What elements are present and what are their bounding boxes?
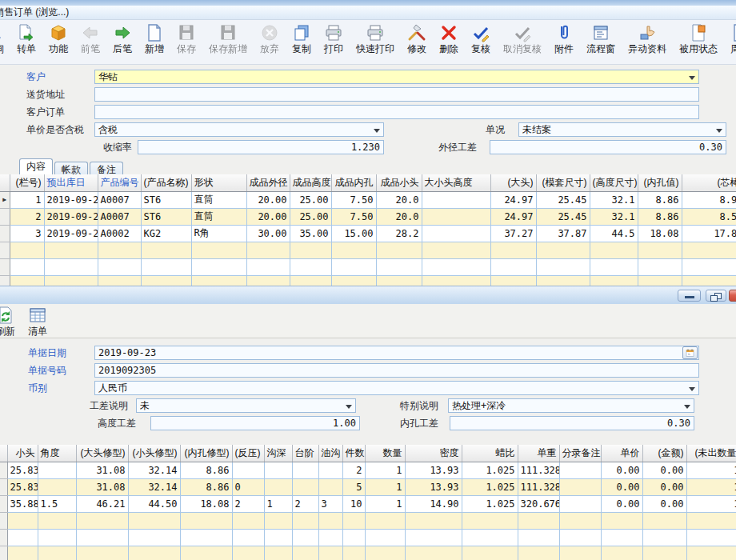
column-header[interactable]: 角度 (38, 445, 76, 462)
column-header[interactable]: 蜡比 (462, 445, 518, 462)
cell[interactable]: 20.0 (376, 191, 422, 208)
cell[interactable]: 10 (342, 495, 365, 512)
cell[interactable] (682, 275, 736, 286)
cell[interactable] (292, 546, 318, 560)
cell[interactable] (44, 258, 98, 275)
function-button[interactable]: 功能 (43, 23, 74, 54)
cell[interactable]: 37.87 (536, 225, 590, 242)
column-header[interactable]: 沟深 (264, 445, 292, 462)
cell[interactable]: 32.1 (590, 191, 638, 208)
cell[interactable] (246, 258, 290, 275)
cell[interactable]: 2 (10, 208, 44, 225)
cell[interactable] (292, 529, 318, 546)
cell[interactable] (232, 546, 264, 560)
doc-date-field[interactable]: 2019-09-23 (94, 346, 699, 360)
cell[interactable]: 7.50 (331, 191, 376, 208)
cell[interactable] (601, 546, 642, 560)
cell[interactable] (98, 258, 141, 275)
query-button[interactable]: 查询 (0, 23, 10, 54)
cell[interactable] (518, 512, 559, 529)
save-button[interactable]: 保存 (171, 23, 202, 54)
used-status-button[interactable]: 被用状态 (674, 23, 723, 54)
cell[interactable] (559, 462, 601, 478)
cell[interactable]: 28.2 (376, 225, 422, 242)
cell[interactable] (38, 462, 76, 478)
cell[interactable] (422, 275, 490, 286)
cell[interactable] (422, 242, 490, 258)
cell[interactable]: 20.00 (246, 191, 290, 208)
cell[interactable]: 32.14 (128, 478, 180, 495)
column-header[interactable] (0, 445, 7, 462)
cell[interactable]: 111.328 (518, 478, 559, 495)
cell[interactable] (318, 546, 342, 560)
save-new-button[interactable]: 保存新增 (203, 23, 253, 54)
attachment-button[interactable]: 附件 (549, 23, 579, 54)
cell[interactable]: 31.08 (76, 462, 128, 478)
column-header[interactable]: 小头 (7, 445, 38, 462)
cell[interactable]: 46.21 (76, 495, 128, 512)
cell[interactable] (290, 258, 331, 275)
cell[interactable] (7, 546, 38, 560)
cell[interactable]: 1.025 (462, 462, 518, 478)
quick-print-button[interactable]: 快速打印 (350, 23, 400, 54)
column-header[interactable]: 形状 (191, 174, 246, 191)
cell[interactable]: 24.97 (490, 208, 536, 225)
cell[interactable] (462, 546, 518, 560)
cell[interactable] (638, 258, 682, 275)
cell[interactable]: 2 (232, 495, 264, 512)
column-header[interactable]: (芯棒) (682, 174, 736, 191)
cell[interactable]: 3 (318, 495, 342, 512)
column-header[interactable]: 单重 (518, 445, 559, 462)
cell[interactable] (422, 258, 490, 275)
table-row[interactable]: 25.8331.0832.148.862113.931.025111.3280.… (0, 462, 736, 478)
cell[interactable] (318, 478, 342, 495)
customer-field[interactable]: 华钻 (94, 70, 699, 84)
column-header[interactable]: 成品高度 (290, 174, 331, 191)
cell[interactable]: 1 (365, 495, 405, 512)
table-row[interactable] (0, 275, 736, 286)
list-button[interactable]: 清单 (22, 306, 53, 337)
peripheral-button[interactable]: 周边 (725, 23, 736, 54)
cell[interactable]: 1 (365, 462, 405, 478)
cell[interactable]: A0002 (98, 225, 141, 242)
currency-combo[interactable]: 人民币 (94, 381, 699, 395)
cell[interactable] (638, 275, 682, 286)
row-selector-cell[interactable] (0, 462, 7, 478)
cell[interactable]: 2 (292, 495, 318, 512)
column-header[interactable]: (模套尺寸) (536, 174, 590, 191)
cell[interactable] (462, 529, 518, 546)
cell[interactable]: 14.90 (405, 495, 462, 512)
cell[interactable] (191, 242, 246, 258)
cell[interactable] (405, 546, 462, 560)
cell[interactable] (191, 275, 246, 286)
cell[interactable] (518, 529, 559, 546)
column-header[interactable]: (大头) (490, 174, 536, 191)
shrink-rate-field[interactable]: 1.230 (138, 140, 384, 154)
cell[interactable] (292, 478, 318, 495)
next-record-button[interactable]: 后笔 (107, 23, 138, 54)
row-selector-cell[interactable] (0, 208, 10, 225)
row-selector-cell[interactable]: ▶ (0, 191, 10, 208)
cell[interactable]: 1.025 (462, 478, 518, 495)
cell[interactable] (318, 529, 342, 546)
cell[interactable]: R角 (191, 225, 246, 242)
cell[interactable]: 35.00 (290, 225, 331, 242)
table-row[interactable]: 25.8331.0832.148.8605113.931.025111.3280… (0, 478, 736, 495)
special-note-combo[interactable]: 热处理+深冷 (448, 398, 694, 413)
cell[interactable] (559, 512, 601, 529)
row-selector-cell[interactable] (0, 529, 7, 546)
cell[interactable] (10, 242, 44, 258)
cell[interactable] (686, 546, 736, 560)
ship-address-field[interactable] (94, 87, 699, 102)
cell[interactable]: 5 (342, 478, 365, 495)
table-row[interactable]: ▶12019-09-23A0007ST6直筒20.0025.007.5020.0… (0, 191, 736, 208)
column-header[interactable]: (高度尺寸) (590, 174, 638, 191)
cell[interactable] (601, 512, 642, 529)
cell[interactable]: A0007 (98, 208, 141, 225)
cell[interactable] (490, 275, 536, 286)
cell[interactable] (232, 529, 264, 546)
cell[interactable] (405, 512, 462, 529)
cell[interactable]: 18.08 (638, 225, 682, 242)
cell[interactable]: 直筒 (191, 191, 246, 208)
column-header[interactable]: 产品编号 (98, 174, 141, 191)
